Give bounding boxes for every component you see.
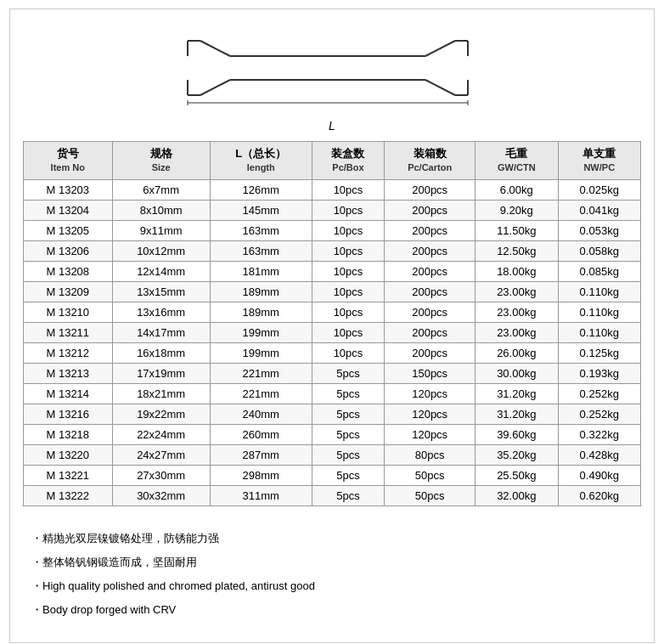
table-cell: 27x30mm xyxy=(112,465,210,485)
table-cell: 0.110kg xyxy=(558,302,641,322)
table-cell: 50pcs xyxy=(385,485,475,506)
table-cell: 260mm xyxy=(210,424,312,444)
table-row: M 1321822x24mm260mm5pcs120pcs39.60kg0.32… xyxy=(24,424,641,444)
feature-item: ・High quality polished and chromed plate… xyxy=(31,575,633,597)
table-cell: 30x32mm xyxy=(112,485,210,506)
svg-line-2 xyxy=(200,41,230,56)
table-cell: M 13221 xyxy=(24,465,113,485)
table-cell: 5pcs xyxy=(312,465,385,485)
table-row: M 1321216x18mm199mm10pcs200pcs26.00kg0.1… xyxy=(24,342,641,363)
table-cell: 0.110kg xyxy=(558,322,641,342)
table-cell: 6x7mm xyxy=(112,179,210,200)
table-cell: 23.00kg xyxy=(475,322,558,342)
table-cell: 200pcs xyxy=(385,322,475,342)
feature-item: ・Body drop forged with CRV xyxy=(31,599,633,621)
table-cell: 221mm xyxy=(210,383,312,404)
table-row: M 1322127x30mm298mm5pcs50pcs25.50kg0.490… xyxy=(24,465,641,485)
table-header: 货号Item No xyxy=(24,142,113,180)
table-cell: 5pcs xyxy=(312,404,385,424)
table-cell: 10x12mm xyxy=(112,240,210,261)
table-cell: 10pcs xyxy=(312,261,385,281)
length-text: L xyxy=(329,119,335,133)
table-cell: 24x27mm xyxy=(112,444,210,465)
table-cell: 30.00kg xyxy=(475,363,558,383)
table-cell: 0.125kg xyxy=(558,342,641,363)
table-cell: M 13206 xyxy=(24,240,113,261)
svg-line-9 xyxy=(425,80,455,95)
table-cell: 200pcs xyxy=(385,240,475,261)
table-cell: 0.620kg xyxy=(558,485,641,506)
table-header: 单支重NW/PC xyxy=(558,142,641,180)
table-cell: 19x22mm xyxy=(112,404,210,424)
table-row: M 1321114x17mm199mm10pcs200pcs23.00kg0.1… xyxy=(24,322,641,342)
table-cell: 50pcs xyxy=(385,465,475,485)
table-cell: 6.00kg xyxy=(475,179,558,200)
table-cell: M 13222 xyxy=(24,485,113,506)
table-row: M 1322024x27mm287mm5pcs80pcs35.20kg0.428… xyxy=(24,444,641,465)
table-cell: M 13209 xyxy=(24,281,113,302)
table-cell: 311mm xyxy=(210,485,312,506)
table-cell: 199mm xyxy=(210,342,312,363)
table-cell: 181mm xyxy=(210,261,312,281)
table-row: M 1321013x16mm189mm10pcs200pcs23.00kg0.1… xyxy=(24,302,641,322)
table-cell: 200pcs xyxy=(385,281,475,302)
table-cell: M 13216 xyxy=(24,404,113,424)
table-cell: M 13210 xyxy=(24,302,113,322)
wrench-diagram xyxy=(23,18,641,119)
table-cell: 200pcs xyxy=(385,261,475,281)
table-cell: 13x15mm xyxy=(112,281,210,302)
table-cell: 18.00kg xyxy=(475,261,558,281)
table-cell: 10pcs xyxy=(312,179,385,200)
table-cell: 0.252kg xyxy=(558,404,641,424)
table-cell: 200pcs xyxy=(385,179,475,200)
table-cell: M 13212 xyxy=(24,342,113,363)
table-cell: 39.60kg xyxy=(475,424,558,444)
table-cell: 200pcs xyxy=(385,342,475,363)
table-row: M 132059x11mm163mm10pcs200pcs11.50kg0.05… xyxy=(24,220,641,240)
table-cell: 163mm xyxy=(210,220,312,240)
table-cell: 0.025kg xyxy=(558,179,641,200)
table-cell: 0.193kg xyxy=(558,363,641,383)
table-cell: 32.00kg xyxy=(475,485,558,506)
table-cell: M 13213 xyxy=(24,363,113,383)
table-row: M 1322230x32mm311mm5pcs50pcs32.00kg0.620… xyxy=(24,485,641,506)
table-cell: 9.20kg xyxy=(475,200,558,220)
table-row: M 132036x7mm126mm10pcs200pcs6.00kg0.025k… xyxy=(24,179,641,200)
table-row: M 1321619x22mm240mm5pcs120pcs31.20kg0.25… xyxy=(24,404,641,424)
svg-line-8 xyxy=(425,41,455,56)
table-cell: 31.20kg xyxy=(475,383,558,404)
table-header-row: 货号Item No规格SizeL（总长）length装盒数Pc/Box装箱数Pc… xyxy=(24,142,641,180)
table-cell: 0.058kg xyxy=(558,240,641,261)
table-row: M 1320812x14mm181mm10pcs200pcs18.00kg0.0… xyxy=(24,261,641,281)
table-cell: M 13211 xyxy=(24,322,113,342)
table-cell: 31.20kg xyxy=(475,404,558,424)
table-cell: 189mm xyxy=(210,302,312,322)
table-row: M 132048x10mm145mm10pcs200pcs9.20kg0.041… xyxy=(24,200,641,220)
table-header: 装箱数Pc/Carton xyxy=(385,142,475,180)
table-cell: 18x21mm xyxy=(112,383,210,404)
table-header: 毛重GW/CTN xyxy=(475,142,558,180)
feature-item: ・精抛光双层镍镀铬处理，防锈能力强 xyxy=(31,528,633,550)
table-cell: 23.00kg xyxy=(475,302,558,322)
table-cell: 16x18mm xyxy=(112,342,210,363)
table-cell: 14x17mm xyxy=(112,322,210,342)
table-cell: 10pcs xyxy=(312,220,385,240)
table-cell: 35.20kg xyxy=(475,444,558,465)
feature-item: ・整体铬钒钢锻造而成，坚固耐用 xyxy=(31,551,633,573)
table-cell: 120pcs xyxy=(385,383,475,404)
table-cell: 12x14mm xyxy=(112,261,210,281)
table-header: 装盒数Pc/Box xyxy=(312,142,385,180)
table-cell: 221mm xyxy=(210,363,312,383)
table-cell: 5pcs xyxy=(312,424,385,444)
table-cell: 26.00kg xyxy=(475,342,558,363)
table-cell: 287mm xyxy=(210,444,312,465)
table-cell: 0.252kg xyxy=(558,383,641,404)
table-cell: 200pcs xyxy=(385,302,475,322)
table-header: L（总长）length xyxy=(210,142,312,180)
table-row: M 1320610x12mm163mm10pcs200pcs12.50kg0.0… xyxy=(24,240,641,261)
page-container: L 货号Item No规格SizeL（总长）length装盒数Pc/Box装箱数… xyxy=(9,8,655,643)
table-cell: 8x10mm xyxy=(112,200,210,220)
table-cell: 120pcs xyxy=(385,424,475,444)
table-cell: 23.00kg xyxy=(475,281,558,302)
table-row: M 1321418x21mm221mm5pcs120pcs31.20kg0.25… xyxy=(24,383,641,404)
